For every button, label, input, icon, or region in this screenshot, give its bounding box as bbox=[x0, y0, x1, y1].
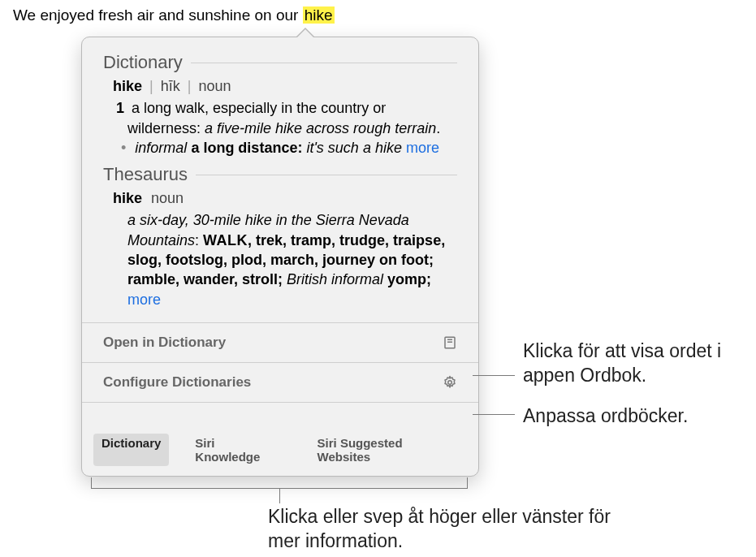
book-icon bbox=[443, 335, 457, 350]
sub-definition: a long distance: bbox=[191, 140, 302, 156]
callout-tabs-text: Klicka eller svep åt höger eller vänster… bbox=[268, 506, 611, 551]
configure-dictionaries-row[interactable]: Configure Dictionaries bbox=[82, 369, 478, 395]
tab-siri-knowledge[interactable]: Siri Knowledge bbox=[187, 434, 291, 466]
divider bbox=[82, 322, 478, 323]
thesaurus-pos: noun bbox=[151, 190, 184, 206]
callout-tabs: Klicka eller svep åt höger eller vänster… bbox=[268, 505, 617, 554]
callout-configure: Anpassa ordböcker. bbox=[523, 404, 688, 429]
register-label: informal bbox=[135, 140, 187, 156]
sub-sense: • informal a long distance: it's such a … bbox=[113, 138, 457, 158]
divider bbox=[82, 362, 478, 363]
callout-line bbox=[279, 489, 280, 503]
configure-dictionaries-label: Configure Dictionaries bbox=[103, 374, 251, 391]
open-in-dictionary-row[interactable]: Open in Dictionary bbox=[82, 330, 478, 356]
context-sentence: We enjoyed fresh air and sunshine on our… bbox=[13, 6, 335, 24]
dictionary-section-title: Dictionary bbox=[82, 52, 478, 76]
thesaurus-body: a six-day, 30-mile hike in the Sierra Ne… bbox=[113, 210, 457, 309]
dictionary-more-link[interactable]: more bbox=[406, 140, 439, 156]
thesaurus-more-link[interactable]: more bbox=[127, 291, 161, 308]
callout-line bbox=[473, 414, 515, 415]
dictionary-headword: hike bbox=[113, 78, 142, 94]
sub-example: it's such a hike bbox=[306, 140, 402, 156]
tab-bar: Dictionary Siri Knowledge Siri Suggested… bbox=[82, 409, 478, 466]
tab-siri-websites[interactable]: Siri Suggested Websites bbox=[309, 434, 467, 466]
sense-number: 1 bbox=[116, 100, 124, 116]
lookup-popover: Dictionary hike | hīk | noun 1 a long wa… bbox=[81, 37, 479, 477]
thesaurus-section-title: Thesaurus bbox=[82, 164, 478, 188]
thesaurus-register-label: British informal bbox=[287, 271, 383, 287]
separator: | bbox=[149, 78, 153, 94]
dictionary-pronunciation: hīk bbox=[161, 78, 180, 94]
thesaurus-headword-line: hike noun bbox=[113, 188, 457, 208]
thesaurus-entry: hike noun a six-day, 30-mile hike in the… bbox=[82, 188, 478, 316]
svg-point-3 bbox=[448, 381, 452, 385]
open-in-dictionary-label: Open in Dictionary bbox=[103, 335, 226, 351]
divider bbox=[82, 402, 478, 403]
thesaurus-headword: hike bbox=[113, 190, 142, 206]
callout-open-dictionary-text: Klicka för att visa ordet i appen Ordbok… bbox=[523, 340, 721, 386]
gear-icon bbox=[443, 375, 457, 390]
thesaurus-register-synonym: yomp; bbox=[383, 271, 431, 287]
tab-dictionary[interactable]: Dictionary bbox=[93, 434, 169, 466]
dictionary-entry: hike | hīk | noun 1 a long walk, especia… bbox=[82, 76, 478, 164]
sentence-text: We enjoyed fresh air and sunshine on our bbox=[13, 6, 303, 24]
definition-example: a five-mile hike across rough terrain bbox=[205, 120, 436, 136]
example-period: . bbox=[436, 120, 440, 136]
callout-line bbox=[473, 375, 515, 376]
thesaurus-head-synonym: WALK bbox=[203, 232, 248, 248]
separator: | bbox=[188, 78, 192, 94]
callout-configure-text: Anpassa ordböcker. bbox=[523, 405, 688, 426]
callout-bracket bbox=[91, 477, 468, 489]
definition-line: 1 a long walk, especially in the country… bbox=[113, 98, 457, 138]
dictionary-headword-line: hike | hīk | noun bbox=[113, 76, 457, 96]
highlighted-word[interactable]: hike bbox=[303, 6, 335, 24]
bullet-icon: • bbox=[121, 140, 126, 156]
colon: : bbox=[195, 232, 203, 248]
dictionary-pos: noun bbox=[198, 78, 231, 94]
callout-open-dictionary: Klicka för att visa ordet i appen Ordbok… bbox=[523, 339, 726, 388]
